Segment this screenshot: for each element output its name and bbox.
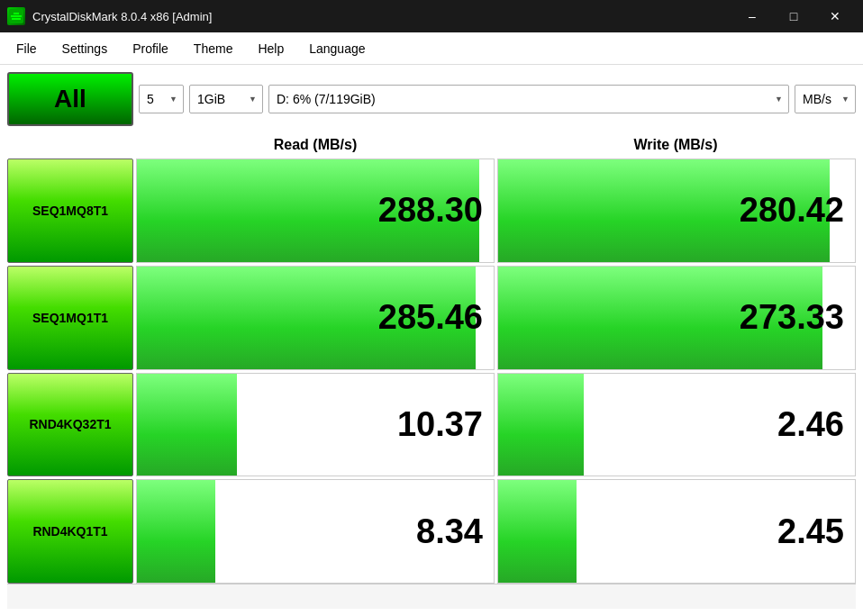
row-label-seq1m-q8t1: SEQ1M Q8T1: [7, 159, 133, 263]
unit-select[interactable]: MB/s GB/s IOPS μs: [795, 85, 856, 113]
write-value-seq1m-q1t1: 273.33: [740, 298, 844, 337]
window-controls: – □ ✕: [731, 0, 856, 32]
write-cell-rnd4k-q32t1: 2.46: [497, 373, 856, 477]
read-value-rnd4k-q32t1: 10.37: [397, 405, 483, 444]
menu-profile[interactable]: Profile: [120, 36, 181, 61]
write-bar-rnd4k-q32t1: [498, 374, 584, 476]
menu-language[interactable]: Language: [296, 36, 377, 61]
all-button[interactable]: All: [7, 72, 133, 126]
size-select[interactable]: 512MiB 1GiB 2GiB 4GiB 8GiB: [189, 85, 263, 113]
read-header: Read (MB/s): [135, 133, 495, 157]
write-value-rnd4k-q32t1: 2.46: [777, 405, 844, 444]
minimize-button[interactable]: –: [731, 0, 773, 32]
read-cell-seq1m-q8t1: 288.30: [136, 159, 495, 263]
main-content: All 1 3 5 10 512MiB 1GiB 2GiB 4GiB 8GiB …: [0, 65, 863, 616]
table-row: RND4K Q1T1 8.34 2.45: [7, 479, 856, 584]
maximize-button[interactable]: □: [773, 0, 814, 32]
data-rows: SEQ1M Q8T1 288.30 280.42 SEQ1M Q1T1 285.…: [7, 159, 856, 584]
write-header: Write (MB/s): [495, 133, 856, 157]
write-cell-seq1m-q1t1: 273.33: [497, 266, 856, 370]
menu-file[interactable]: File: [4, 36, 50, 61]
runs-select-wrap: 1 3 5 10: [139, 85, 184, 113]
read-cell-seq1m-q1t1: 285.46: [136, 266, 495, 370]
runs-select[interactable]: 1 3 5 10: [139, 85, 184, 113]
window-title: CrystalDiskMark 8.0.4 x86 [Admin]: [32, 10, 731, 23]
header-spacer: [7, 133, 135, 157]
row-label-rnd4k-q1t1: RND4K Q1T1: [7, 479, 133, 584]
title-bar: CrystalDiskMark 8.0.4 x86 [Admin] – □ ✕: [0, 0, 863, 32]
read-bar-rnd4k-q32t1: [137, 374, 237, 476]
row-label-rnd4k-q32t1: RND4K Q32T1: [7, 373, 133, 477]
menu-help[interactable]: Help: [245, 36, 296, 61]
read-value-seq1m-q1t1: 285.46: [378, 298, 483, 337]
drive-select[interactable]: D: 6% (7/119GiB): [268, 85, 789, 113]
svg-rect-1: [11, 15, 22, 17]
row-label-seq1m-q1t1: SEQ1M Q1T1: [7, 266, 133, 370]
table-row: SEQ1M Q8T1 288.30 280.42: [7, 159, 856, 263]
svg-rect-2: [14, 13, 19, 14]
write-value-seq1m-q8t1: 280.42: [740, 191, 844, 230]
read-cell-rnd4k-q1t1: 8.34: [136, 479, 495, 584]
write-bar-rnd4k-q1t1: [498, 480, 577, 583]
menu-theme[interactable]: Theme: [181, 36, 246, 61]
drive-select-wrap: D: 6% (7/119GiB): [268, 85, 789, 113]
menu-bar: File Settings Profile Theme Help Languag…: [0, 32, 863, 65]
write-cell-seq1m-q8t1: 280.42: [497, 159, 856, 263]
unit-select-wrap: MB/s GB/s IOPS μs: [795, 85, 856, 113]
menu-settings[interactable]: Settings: [50, 36, 121, 61]
size-select-wrap: 512MiB 1GiB 2GiB 4GiB 8GiB: [189, 85, 263, 113]
table-row: SEQ1M Q1T1 285.46 273.33: [7, 266, 856, 370]
close-button[interactable]: ✕: [814, 0, 856, 32]
write-cell-rnd4k-q1t1: 2.45: [497, 479, 856, 584]
read-cell-rnd4k-q32t1: 10.37: [136, 373, 495, 477]
controls-row: All 1 3 5 10 512MiB 1GiB 2GiB 4GiB 8GiB …: [7, 72, 856, 126]
read-bar-rnd4k-q1t1: [137, 480, 215, 583]
app-icon: [7, 7, 25, 25]
table-row: RND4K Q32T1 10.37 2.46: [7, 373, 856, 477]
read-value-rnd4k-q1t1: 8.34: [416, 512, 483, 551]
write-value-rnd4k-q1t1: 2.45: [777, 512, 844, 551]
read-value-seq1m-q8t1: 288.30: [378, 191, 483, 230]
svg-rect-3: [12, 18, 21, 20]
column-headers: Read (MB/s) Write (MB/s): [7, 133, 856, 157]
status-bar: [7, 584, 856, 609]
